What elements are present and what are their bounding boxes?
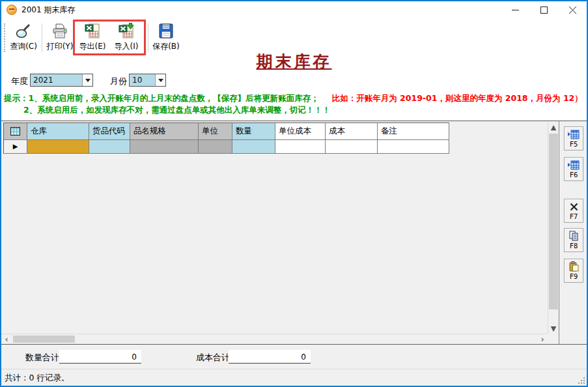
maximize-icon: [540, 7, 548, 14]
year-select[interactable]: 2021: [30, 74, 93, 87]
app-window: 2001 期末库存 查询(C): [0, 0, 588, 387]
magnifier-icon: [15, 20, 32, 40]
status-bar: 共计：0 行记录。: [1, 369, 587, 386]
column-header-item-spec[interactable]: 品名规格: [130, 122, 199, 140]
cell-remark[interactable]: [378, 140, 449, 154]
append-row-icon: [568, 160, 580, 170]
chevron-down-icon[interactable]: [82, 74, 92, 86]
scroll-up-icon[interactable]: ▲︎: [548, 122, 559, 132]
hint-line-1: 提示：1、系统启用前，录入开账年月的上月末的盘点数，【保存】后将更新账面库存；比…: [4, 93, 583, 104]
printer-icon: [51, 20, 68, 40]
import-button[interactable]: 导入(I): [109, 20, 143, 55]
fkey-label: F8: [570, 242, 578, 250]
title-bar[interactable]: 2001 期末库存: [1, 1, 587, 18]
vertical-scrollbar[interactable]: ▲︎ ▼︎: [548, 121, 559, 334]
month-label: 月份: [110, 76, 127, 87]
hint-line-2: 2、系统启用后，如发现库存不对，需通过盘点单或其他出入库单来调整，切记！！！: [23, 105, 330, 116]
app-icon: [7, 5, 17, 15]
grid-row-new: ▶: [3, 140, 449, 154]
toolbar-separator: [42, 23, 42, 52]
select-all-cell[interactable]: [3, 122, 27, 140]
cell-quantity[interactable]: [232, 140, 275, 154]
scroll-down-icon[interactable]: ▼︎: [548, 323, 559, 334]
copy-button[interactable]: F8: [564, 228, 583, 252]
minimize-icon: [512, 7, 519, 14]
minimize-button[interactable]: [501, 1, 529, 18]
floppy-save-icon: [158, 20, 175, 40]
toolbar-gripper[interactable]: [4, 23, 5, 52]
fkey-label: F5: [570, 140, 578, 148]
fkey-label: F9: [570, 272, 578, 280]
filter-row: 年度 2021 月份 10: [1, 73, 587, 90]
row-indicator: ▶: [3, 140, 27, 154]
cell-item-spec[interactable]: [130, 140, 199, 154]
column-header-cost[interactable]: 成本: [326, 122, 378, 140]
insert-row-button[interactable]: F5: [564, 126, 583, 150]
scroll-left-icon[interactable]: ‹: [1, 334, 12, 344]
column-header-remark[interactable]: 备注: [378, 122, 449, 140]
export-button[interactable]: 导出(E): [76, 20, 109, 55]
column-header-item-code[interactable]: 货品代码: [89, 122, 130, 140]
column-header-unit[interactable]: 单位: [199, 122, 232, 140]
scroll-right-icon[interactable]: ›: [537, 334, 548, 344]
close-icon: [569, 7, 576, 14]
inventory-grid-panel: 仓库 货品代码 品名规格 单位 数量 单位成本 成本 备注 ▶: [1, 121, 559, 344]
cell-warehouse[interactable]: [27, 140, 89, 154]
cost-total-label: 成本合计: [196, 352, 230, 364]
column-header-warehouse[interactable]: 仓库: [27, 122, 89, 140]
cost-total-field: 0: [229, 350, 311, 364]
fkey-label: F6: [570, 171, 578, 179]
qty-total-label: 数量合计: [25, 352, 59, 364]
record-count-text: 共计：0 行记录。: [5, 373, 69, 384]
paste-icon: [568, 261, 579, 272]
chevron-down-icon[interactable]: [155, 74, 165, 86]
inventory-grid: 仓库 货品代码 品名规格 单位 数量 单位成本 成本 备注 ▶: [3, 122, 449, 154]
vertical-scroll-thumb[interactable]: [549, 134, 558, 309]
delete-row-icon: [569, 202, 579, 212]
row-arrow-icon: ▶: [13, 143, 18, 150]
cell-item-code[interactable]: [89, 140, 130, 154]
grid-header-row: 仓库 货品代码 品名规格 单位 数量 单位成本 成本 备注: [3, 122, 449, 140]
column-header-quantity[interactable]: 数量: [232, 122, 275, 140]
year-value: 2021: [31, 76, 82, 85]
toolbar-separator: [148, 23, 148, 52]
year-label: 年度: [11, 76, 28, 87]
insert-row-icon: [568, 130, 580, 139]
paste-button[interactable]: F9: [564, 259, 583, 283]
fkey-panel: F5 F6 F7: [559, 121, 587, 344]
print-button[interactable]: 打印(Y): [43, 20, 77, 55]
close-button[interactable]: [558, 1, 587, 18]
qty-total-field: 0: [59, 350, 141, 364]
excel-import-icon: [118, 20, 135, 40]
resize-grip[interactable]: [577, 376, 585, 384]
hint-line-2-green: 2、系统启用后，如发现库存不对，需通过盘点单或其他出入库单来调整，切记！！！: [23, 105, 330, 115]
window-title: 2001 期末库存: [21, 5, 75, 16]
column-header-unit-cost[interactable]: 单位成本: [275, 122, 326, 140]
hint-line-1-green: 提示：1、系统启用前，录入开账年月的上月末的盘点数，【保存】后将更新账面库存；: [4, 93, 319, 103]
save-button[interactable]: 保存(B): [149, 20, 183, 55]
excel-export-icon: [84, 20, 101, 40]
cell-unit[interactable]: [199, 140, 232, 154]
cell-unit-cost[interactable]: [275, 140, 326, 154]
delete-row-button[interactable]: F7: [564, 199, 583, 223]
maximize-button[interactable]: [529, 1, 558, 18]
table-icon: [10, 127, 20, 136]
append-row-button[interactable]: F6: [564, 157, 583, 181]
month-value: 10: [130, 76, 155, 85]
hint-line-1-red: 比如：开账年月为 2019-01，则这里的年度为 2018，月份为 12）: [332, 93, 583, 103]
horizontal-scrollbar[interactable]: ‹ ›: [1, 334, 548, 344]
copy-icon: [568, 231, 579, 241]
month-select[interactable]: 10: [129, 74, 166, 87]
page-title: 期末库存: [1, 51, 587, 72]
query-button[interactable]: 查询(C): [7, 20, 40, 55]
horizontal-scroll-thumb[interactable]: [13, 336, 75, 343]
totals-bar: 数量合计 0 成本合计 0: [1, 344, 587, 369]
fkey-label: F7: [570, 212, 578, 220]
cell-cost[interactable]: [326, 140, 378, 154]
